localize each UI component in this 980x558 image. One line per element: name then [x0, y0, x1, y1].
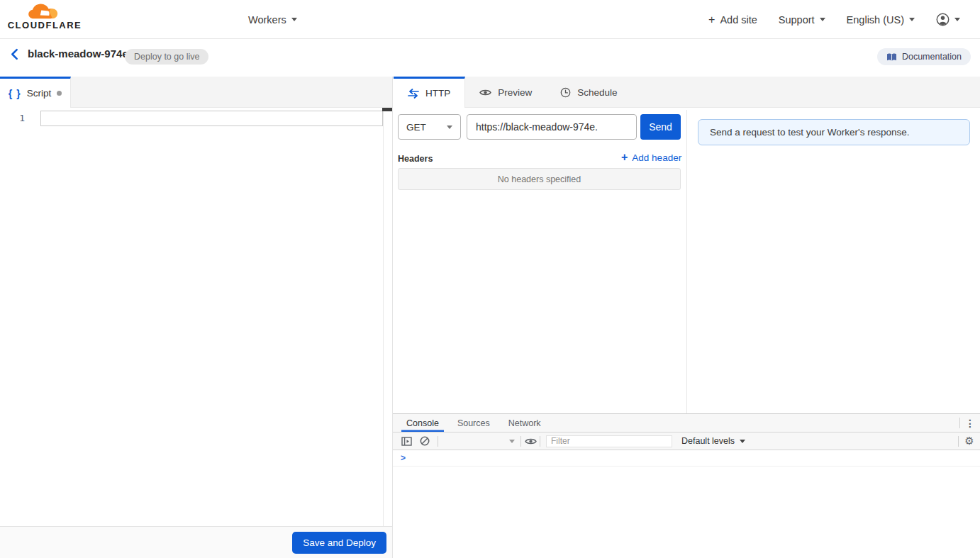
workers-editor-screen: CLOUDFLARE Workers + Add site Support En… — [0, 0, 980, 558]
devtools-tab-sources[interactable]: Sources — [452, 414, 495, 432]
nav-right-group: + Add site Support English (US) — [708, 0, 960, 39]
no-headers-placeholder: No headers specified — [398, 168, 681, 190]
support-label: Support — [779, 14, 815, 26]
save-and-deploy-button[interactable]: Save and Deploy — [292, 532, 386, 554]
language-menu[interactable]: English (US) — [847, 14, 915, 26]
chevron-down-icon — [954, 18, 960, 21]
tab-preview[interactable]: Preview — [465, 77, 546, 108]
chevron-down-icon — [509, 440, 515, 443]
editor-active-line[interactable] — [40, 111, 383, 126]
send-button[interactable]: Send — [640, 114, 681, 140]
console-filter-input[interactable] — [546, 435, 672, 447]
request-url-input[interactable] — [467, 114, 637, 140]
editor-scrollbar-track — [383, 108, 384, 526]
editor-line-number: 1 — [0, 113, 25, 123]
worker-header: black-meadow-974e Deploy to go live Docu… — [0, 39, 980, 71]
language-label: English (US) — [847, 14, 904, 26]
add-header-label: Add header — [632, 152, 681, 163]
log-levels-dropdown[interactable]: Default levels — [681, 436, 745, 446]
top-nav: CLOUDFLARE Workers + Add site Support En… — [0, 0, 980, 39]
clock-icon — [560, 87, 571, 98]
tab-schedule[interactable]: Schedule — [546, 77, 631, 108]
live-expression-eye-icon[interactable] — [521, 433, 540, 450]
javascript-context-select[interactable] — [438, 433, 520, 450]
devtools-tab-network[interactable]: Network — [503, 414, 546, 432]
eye-icon — [479, 89, 491, 96]
devtools-tabbar: Console Sources Network ⋮ — [393, 414, 980, 433]
cloudflare-cloud-icon — [26, 4, 63, 19]
request-response-divider — [686, 110, 687, 413]
clear-console-icon[interactable] — [416, 433, 434, 450]
cloudflare-wordmark: CLOUDFLARE — [8, 20, 82, 30]
console-prompt-row[interactable]: > — [393, 450, 980, 467]
chevron-down-icon — [740, 440, 745, 443]
tab-http[interactable]: HTTP — [394, 77, 465, 108]
add-site-label: Add site — [720, 14, 757, 26]
editor-scrollbar-thumb[interactable] — [382, 108, 392, 111]
divider — [540, 436, 540, 447]
devtools-tab-console[interactable]: Console — [401, 414, 444, 432]
add-header-button[interactable]: + Add header — [621, 151, 681, 164]
response-hint-banner: Send a request to test your Worker's res… — [698, 119, 970, 145]
devtools-panel: Console Sources Network ⋮ — [393, 413, 980, 558]
console-toolbar: Default levels ⚙ — [393, 433, 980, 450]
plus-icon: + — [708, 13, 715, 26]
method-select-value: GET — [406, 122, 426, 133]
account-avatar-icon — [936, 13, 950, 26]
back-button[interactable] — [9, 48, 20, 60]
book-icon — [886, 52, 897, 62]
deploy-status-badge: Deploy to go live — [125, 49, 208, 65]
chevron-down-icon — [447, 125, 452, 129]
add-site-button[interactable]: + Add site — [708, 13, 757, 26]
plus-icon: + — [621, 151, 628, 164]
tab-schedule-label: Schedule — [577, 87, 617, 98]
unsaved-dot-icon — [57, 91, 62, 96]
support-menu[interactable]: Support — [779, 14, 825, 26]
script-tab-label: Script — [27, 88, 52, 99]
tab-preview-label: Preview — [498, 87, 532, 98]
devtools-tabbar-spacer — [546, 414, 959, 432]
documentation-button[interactable]: Documentation — [877, 48, 971, 65]
editor-footer: Save and Deploy — [0, 526, 392, 558]
editor-tabbar: { } Script — [0, 77, 392, 108]
console-prompt-chevron-icon: > — [401, 453, 406, 463]
http-arrows-icon — [408, 89, 419, 99]
braces-icon: { } — [9, 88, 21, 99]
tab-script[interactable]: { } Script — [0, 77, 71, 108]
chevron-down-icon — [909, 18, 915, 21]
log-levels-label: Default levels — [681, 436, 735, 446]
account-menu[interactable] — [936, 13, 960, 26]
devtools-more-menu-icon[interactable]: ⋮ — [960, 414, 980, 432]
workers-menu[interactable]: Workers — [248, 0, 297, 39]
console-sidebar-toggle-icon[interactable] — [397, 433, 416, 450]
request-tabbar: HTTP Preview Schedule — [394, 77, 980, 108]
headers-section-label: Headers — [398, 154, 433, 164]
tab-http-label: HTTP — [425, 88, 450, 99]
cloudflare-logo[interactable]: CLOUDFLARE — [9, 4, 80, 30]
chevron-down-icon — [820, 18, 825, 21]
chevron-down-icon — [291, 18, 297, 21]
worker-name-title: black-meadow-974e — [28, 48, 128, 60]
documentation-label: Documentation — [902, 52, 962, 62]
workers-menu-label: Workers — [248, 14, 286, 26]
method-select[interactable]: GET — [398, 114, 461, 140]
console-settings-gear-icon[interactable]: ⚙ — [959, 435, 980, 447]
